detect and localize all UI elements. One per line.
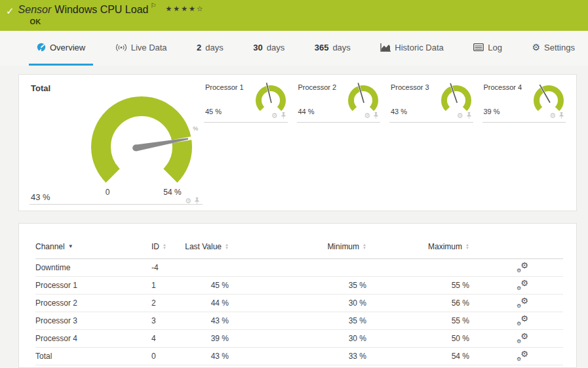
column-header-last-value[interactable]: Last Value ▲▼ [183,242,229,251]
tab-2-days[interactable]: 2 days [189,31,231,66]
channel-settings-icon[interactable]: ⚙ [364,112,370,120]
channel-edit-icon[interactable]: ⚙⚙ [517,333,528,343]
cell-last-value: 44 % [183,298,229,308]
cell-maximum: 56 % [366,298,469,308]
gauge-label: Processor 3 [391,83,429,91]
table-row-processor-2[interactable]: Processor 2 2 44 % 30 % 56 % ⚙⚙ [35,295,563,312]
channel-table-panel: Channel ▼ ID ▲▼ Last Value ▲▼ Minimum ▲▼… [18,223,577,368]
tab-number: 2 [197,43,201,52]
cell-last-value: 43 % [183,352,229,361]
priority-stars[interactable]: ★★★★☆ [165,5,204,13]
sort-desc-icon: ▼ [68,243,73,249]
cell-id: 2 [151,298,183,308]
table-header-row: Channel ▼ ID ▲▼ Last Value ▲▼ Minimum ▲▼… [35,234,563,259]
channel-settings-icon[interactable]: ⚙ [549,112,556,120]
tab-settings[interactable]: ⚙ Settings [524,31,583,66]
gauge-icon [37,43,46,52]
channel-edit-icon[interactable]: ⚙⚙ [517,350,528,361]
tab-30-days[interactable]: 30 days [245,31,292,66]
cell-divider [204,122,288,123]
column-header-maximum[interactable]: Maximum ▲▼ [366,242,469,251]
cell-id: -4 [151,263,183,272]
table-row-processor-4[interactable]: Processor 4 4 39 % 30 % 50 % ⚙⚙ [35,330,563,348]
tab-number: 30 [253,43,262,52]
channel-edit-icon[interactable]: ⚙⚙ [517,297,528,308]
column-label: Maximum [428,242,462,251]
cell-id: 0 [151,352,183,361]
tab-label: Settings [544,43,575,52]
gauge-value: 45 % [205,108,222,115]
column-header-channel[interactable]: Channel ▼ [35,242,151,251]
cell-minimum: 33 % [229,352,366,361]
cell-divider [482,122,566,123]
gauge-label: Total [31,83,50,93]
sort-icon: ▲▼ [465,243,469,250]
cell-minimum: 35 % [229,316,366,325]
cell-channel: Total [35,352,151,361]
gauge-label: Processor 4 [484,83,522,91]
pin-channel-icon[interactable] [559,112,564,119]
log-list-icon [473,43,484,51]
tab-live-data[interactable]: Live Data [108,31,175,66]
channel-settings-icon[interactable]: ⚙ [271,112,278,120]
sensor-title-line: Sensor Windows CPU Load ⚐ ★★★★☆ [18,4,205,16]
column-label: Channel [35,242,65,251]
sensor-status-text: OK [30,18,205,26]
sensor-kind-label: Sensor [18,4,52,16]
cell-divider [389,122,473,123]
gauge-value: 44 % [298,108,315,115]
sensor-title-block: Sensor Windows CPU Load ⚐ ★★★★☆ OK [18,4,205,26]
table-row-total[interactable]: Total 0 43 % 33 % 54 % ⚙⚙ [35,348,563,365]
column-header-id[interactable]: ID ▲▼ [151,242,183,251]
gauge-value: 43 % [31,192,50,202]
sensor-title: Windows CPU Load [54,4,148,16]
pin-channel-icon[interactable] [281,112,286,119]
channel-settings-icon[interactable]: ⚙ [457,112,463,120]
gauge-cell-actions: ⚙ [457,112,472,120]
table-row-processor-1[interactable]: Processor 1 1 45 % 35 % 55 % ⚙⚙ [35,277,563,295]
cell-id: 4 [151,334,183,343]
cell-channel: Processor 1 [35,281,151,290]
status-ok-check-icon: ✓ [6,5,14,17]
cell-channel: Processor 4 [35,334,151,343]
tab-number: 365 [315,43,329,52]
tab-365-days[interactable]: 365 days [307,31,359,66]
broadcast-icon [115,43,127,52]
gauge-cell-processor-2: Processor 2 44 % ⚙ [297,75,381,211]
column-label: Last Value [185,242,222,251]
gauge-scale-min: 0 [98,188,117,197]
channel-edit-icon[interactable]: ⚙⚙ [517,315,528,325]
channel-edit-icon[interactable]: ⚙⚙ [517,279,528,290]
column-label: Minimum [327,242,359,251]
cell-id: 1 [151,281,183,290]
sensor-tab-bar: Overview Live Data 2 days 30 days 365 da… [0,31,588,66]
priority-flag-icon[interactable]: ⚐ [150,2,156,9]
cell-channel: Processor 2 [35,298,151,308]
pin-channel-icon[interactable] [466,112,472,119]
cell-last-value: 45 % [183,281,229,290]
cell-maximum: 55 % [366,281,469,290]
pin-channel-icon[interactable] [373,112,379,119]
cell-maximum: 55 % [366,316,469,325]
tab-historic-data[interactable]: Historic Data [372,31,451,66]
cell-minimum: 30 % [229,334,366,343]
cell-divider [297,122,381,123]
table-row-downtime[interactable]: Downtime -4 ⚙⚙ [35,259,563,277]
column-label: ID [151,242,159,251]
channel-edit-icon[interactable]: ⚙⚙ [517,262,528,272]
gauge-label: Processor 1 [205,83,244,91]
sensor-header: ✓ Sensor Windows CPU Load ⚐ ★★★★☆ OK [0,0,588,31]
tab-label: days [267,43,284,52]
table-row-processor-3[interactable]: Processor 3 3 43 % 35 % 55 % ⚙⚙ [35,312,563,330]
tab-label: Log [488,43,502,52]
column-header-minimum[interactable]: Minimum ▲▼ [229,242,366,251]
tab-label: days [332,43,350,52]
cell-maximum: 50 % [366,334,469,343]
cell-channel: Downtime [35,263,151,272]
tab-log[interactable]: Log [465,31,510,66]
gauge-cell-actions: ⚙ [364,112,379,120]
gauge-value: 39 % [484,108,500,115]
tab-overview[interactable]: Overview [29,31,93,66]
tab-label: Live Data [131,43,167,52]
cell-last-value: 39 % [183,334,229,343]
